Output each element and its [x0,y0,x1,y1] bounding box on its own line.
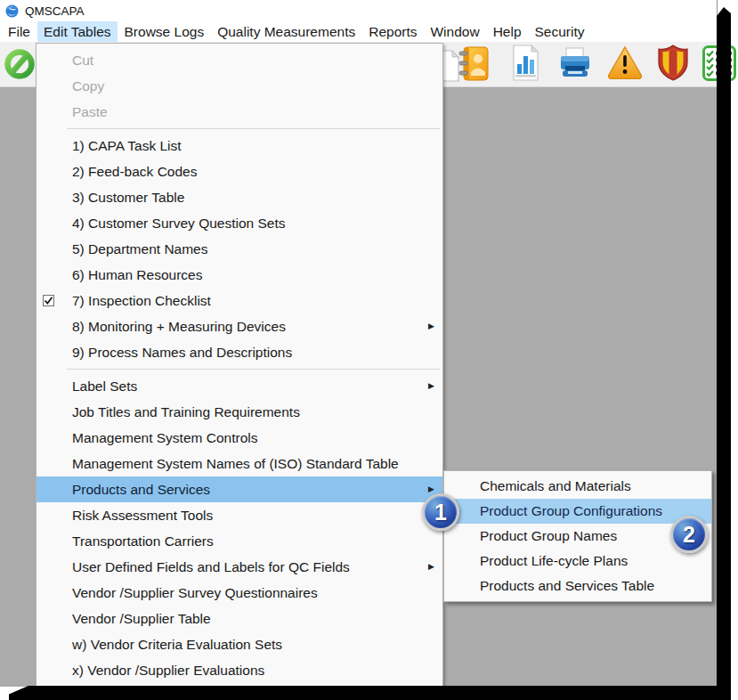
menu-item-label: Paste [72,104,108,119]
menu-separator [67,128,440,129]
menubar-item-reports[interactable]: Reports [362,21,423,42]
menu-item-job-titles-and-training-requirements[interactable]: Job Titles and Training Requirements [36,399,442,425]
menu-item-user-defined-fields-qc[interactable]: User Defined Fields and Labels for QC Fi… [36,554,442,580]
menu-item-customer-table[interactable]: 3) Customer Table [36,184,442,210]
menu-item-label: Vendor /Supplier Table [72,611,211,626]
menu-item-human-resources[interactable]: 6) Human Resources [36,262,442,288]
window-title: QMSCAPA [25,4,85,18]
menu-item-label: Copy [72,78,104,94]
printer-icon[interactable] [557,46,593,85]
menu-item-paste[interactable]: Paste [36,99,442,125]
app-globe-icon [5,4,19,18]
screenshot-shadow-bottom [9,686,731,700]
menu-item-products-and-services-table[interactable]: Products and Services Table [444,574,711,598]
menu-item-label: Risk Assessment Tools [72,508,213,523]
callout-2-badge: 2 [670,516,708,553]
menu-item-chemicals-and-materials[interactable]: Chemicals and Materials [444,474,711,499]
menu-item-cut[interactable]: Cut [36,47,442,73]
report-chart-icon[interactable] [508,44,542,86]
menubar-item-browse-logs[interactable]: Browse Logs [118,21,211,42]
submenu-arrow-icon: ▶ [428,313,434,339]
menu-item-products-and-services[interactable]: Products and Services▶ [36,476,442,502]
menu-item-product-life-cycle-plans[interactable]: Product Life-cycle Plans [444,549,711,574]
menu-item-monitoring-measuring-devices[interactable]: 8) Monitoring + Measuring Devices▶ [36,313,442,339]
menu-item-label: Vendor /Supplier Survey Questionnaires [72,585,318,600]
menu-item-department-names[interactable]: 5) Department Names [36,236,442,262]
title-bar: QMSCAPA [0,0,717,21]
menu-item-label: Product Life-cycle Plans [480,553,628,568]
menubar: FileEdit TablesBrowse LogsQuality Measur… [0,21,717,42]
menu-item-label: Transportation Carriers [72,533,214,549]
checkmark-icon [43,295,54,306]
menubar-item-quality-measurements[interactable]: Quality Measurements [211,21,361,42]
submenu-arrow-icon: ▶ [428,554,434,580]
screenshot-shadow-right [717,7,731,700]
menu-item-transportation-carriers[interactable]: Transportation Carriers [36,528,442,554]
menu-item-inspection-checklist[interactable]: 7) Inspection Checklist [36,288,442,313]
submenu-arrow-icon: ▶ [428,373,434,399]
menu-item-label: 8) Monitoring + Measuring Devices [72,319,286,334]
menu-item-label: Products and Services Table [480,578,654,593]
menu-item-risk-assessment-tools[interactable]: Risk Assessment Tools [36,502,442,528]
app-window: QMSCAPA FileEdit TablesBrowse LogsQualit… [0,0,718,687]
menu-item-label: w) Vendor Criteria Evaluation Sets [72,637,282,652]
menu-item-label: User Defined Fields and Labels for QC Fi… [72,559,350,574]
menu-item-label: Product Group Configurations [480,503,662,518]
menu-item-label: Products and Services [72,482,210,497]
menu-item-management-system-controls[interactable]: Management System Controls [36,425,442,451]
menu-item-label: Management System Controls [72,430,257,445]
menu-item-customer-survey-question-sets[interactable]: 4) Customer Survey Question Sets [36,210,442,236]
menu-item-capa-task-list[interactable]: 1) CAPA Task List [36,133,442,159]
menu-item-label: Management System Names of (ISO) Standar… [72,456,399,471]
menu-item-label: 2) Feed-back Codes [72,164,197,179]
menu-item-product-group-configurations[interactable]: Product Group Configurations [444,499,711,524]
menu-item-label: Job Titles and Training Requirements [72,404,300,419]
menu-item-vendor-criteria-evaluation-sets[interactable]: w) Vendor Criteria Evaluation Sets [36,631,442,657]
menu-item-label: Product Group Names [480,528,617,543]
menu-item-label: Chemicals and Materials [480,478,631,493]
menu-item-label: 7) Inspection Checklist [72,293,211,308]
menu-separator [67,369,440,370]
menu-item-label-sets[interactable]: Label Sets▶ [36,373,442,399]
menubar-item-security[interactable]: Security [529,21,591,42]
menu-item-label: x) Vendor /Supplier Evaluations [72,663,264,678]
menu-item-label: 6) Human Resources [72,267,202,282]
menu-item-label: Label Sets [72,378,137,394]
menu-item-copy[interactable]: Copy [36,73,442,99]
menu-item-label: 4) Customer Survey Question Sets [72,216,286,231]
contacts-book-icon[interactable] [457,45,491,86]
menu-item-vendor-supplier-evaluations[interactable]: x) Vendor /Supplier Evaluations [36,657,442,683]
menu-item-label: Cut [72,53,93,68]
menu-item-process-names-and-descriptions[interactable]: 9) Process Names and Descriptions [36,339,442,365]
menu-item-label: 9) Process Names and Descriptions [72,345,292,360]
menubar-item-window[interactable]: Window [424,21,485,42]
menubar-item-edit-tables[interactable]: Edit Tables [37,21,118,42]
menubar-item-file[interactable]: File [2,21,36,42]
menu-item-feed-back-codes[interactable]: 2) Feed-back Codes [36,159,442,184]
menu-item-vendor-supplier-survey-questionnaires[interactable]: Vendor /Supplier Survey Questionnaires [36,580,442,606]
menu-item-label: 3) Customer Table [72,190,184,205]
menu-item-label: 1) CAPA Task List [72,138,182,153]
callout-1-badge: 1 [422,493,459,531]
edit-tables-menu: CutCopyPaste1) CAPA Task List2) Feed-bac… [36,43,443,687]
menu-item-management-system-names-iso[interactable]: Management System Names of (ISO) Standar… [36,451,442,476]
menubar-item-help[interactable]: Help [487,21,528,42]
menu-item-vendor-supplier-table[interactable]: Vendor /Supplier Table [36,606,442,631]
warning-icon[interactable] [607,45,643,83]
shield-icon[interactable] [656,44,690,85]
exit-icon[interactable] [4,46,37,85]
menu-item-label: 5) Department Names [72,241,207,256]
